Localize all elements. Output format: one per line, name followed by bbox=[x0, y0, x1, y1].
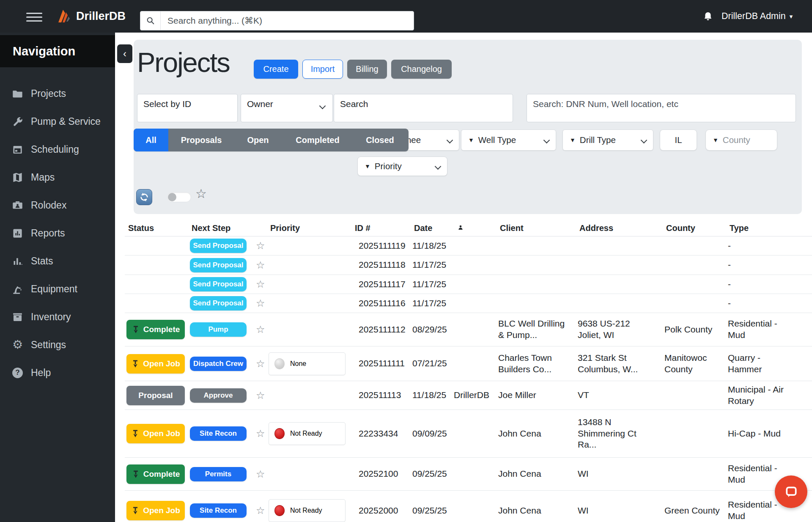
next-step-badge[interactable]: Send Proposal bbox=[190, 277, 247, 291]
col-client[interactable]: Client bbox=[498, 223, 578, 233]
priority-label: Not Ready bbox=[290, 507, 322, 514]
favorites-star-icon[interactable]: ☆ bbox=[195, 186, 207, 201]
status-badge[interactable]: Open Job bbox=[126, 354, 185, 374]
user-menu[interactable]: DrillerDB Admin ▾ bbox=[721, 0, 793, 33]
sidebar-item-equipment[interactable]: Equipment bbox=[12, 280, 109, 297]
col-type[interactable]: Type bbox=[728, 223, 812, 233]
next-step-badge[interactable]: Permits bbox=[190, 467, 247, 481]
status-badge[interactable]: Complete bbox=[126, 464, 185, 484]
sidebar-item-settings[interactable]: ⚙ Settings bbox=[12, 336, 109, 353]
billing-button[interactable]: Billing bbox=[347, 60, 387, 79]
priority-select[interactable]: None bbox=[269, 352, 346, 375]
sidebar-collapse-button[interactable]: ‹ bbox=[117, 44, 132, 63]
cell-county: Polk County bbox=[664, 324, 724, 335]
tab-all[interactable]: All bbox=[134, 129, 168, 151]
table-row[interactable]: CompletePermits☆2025210009/25/25John Cen… bbox=[125, 458, 812, 491]
cell-type: - bbox=[728, 298, 791, 309]
county-dropdown[interactable]: ▼ County bbox=[705, 129, 777, 151]
tab-proposals[interactable]: Proposals bbox=[168, 129, 234, 151]
drill-icon bbox=[131, 429, 140, 438]
table-row[interactable]: Open JobDispatch Crew☆None202511111107/2… bbox=[125, 346, 812, 381]
dnr-search-field[interactable]: Search: DNR Num, Well location, etc bbox=[527, 94, 796, 122]
col-date[interactable]: Date bbox=[412, 223, 454, 233]
row-star-icon[interactable]: ☆ bbox=[253, 240, 269, 252]
select-by-id-field[interactable]: Select by ID bbox=[137, 94, 238, 122]
col-status[interactable]: Status bbox=[126, 223, 190, 233]
table-row[interactable]: Open JobSite Recon☆Not Ready2025200009/2… bbox=[125, 491, 812, 522]
next-step-badge[interactable]: Send Proposal bbox=[190, 296, 247, 310]
search-field[interactable]: Search bbox=[334, 94, 513, 122]
row-star-icon[interactable]: ☆ bbox=[253, 505, 269, 517]
row-star-icon[interactable]: ☆ bbox=[253, 259, 269, 271]
row-star-icon[interactable]: ☆ bbox=[253, 324, 269, 335]
cell-client: John Cena bbox=[498, 428, 571, 440]
sidebar-item-pump-service[interactable]: Pump & Service bbox=[12, 113, 109, 130]
hamburger-menu-icon[interactable] bbox=[26, 13, 43, 21]
row-star-icon[interactable]: ☆ bbox=[253, 468, 269, 480]
next-step-badge[interactable]: Pump bbox=[190, 322, 247, 337]
row-star-icon[interactable]: ☆ bbox=[253, 358, 269, 370]
priority-select[interactable]: Not Ready bbox=[269, 499, 346, 522]
status-badge[interactable]: Open Job bbox=[126, 501, 185, 520]
sidebar-item-reports[interactable]: Reports bbox=[12, 225, 109, 242]
sidebar-item-stats[interactable]: Stats bbox=[12, 253, 109, 269]
well-type-dropdown[interactable]: ▼ Well Type bbox=[461, 129, 556, 151]
status-badge[interactable]: Open Job bbox=[126, 424, 185, 443]
row-star-icon[interactable]: ☆ bbox=[253, 390, 269, 401]
table-row[interactable]: Send Proposal☆202511111911/18/25- bbox=[125, 236, 812, 256]
sidebar-item-scheduling[interactable]: Scheduling bbox=[12, 141, 109, 158]
favorites-toggle[interactable] bbox=[167, 192, 191, 202]
person-icon bbox=[457, 224, 464, 231]
sidebar-header: Navigation bbox=[0, 35, 115, 67]
priority-dot-icon bbox=[274, 358, 285, 369]
state-filter[interactable]: IL bbox=[660, 129, 697, 151]
status-badge[interactable]: Complete bbox=[126, 320, 185, 339]
drill-type-dropdown[interactable]: ▼ Drill Type bbox=[562, 129, 653, 151]
next-step-badge[interactable]: Send Proposal bbox=[190, 239, 247, 253]
chat-launcher-button[interactable] bbox=[775, 475, 807, 508]
col-priority[interactable]: Priority bbox=[269, 223, 353, 233]
table-row[interactable]: ProposalApprove☆20251111311/18/25Driller… bbox=[125, 381, 812, 410]
global-search-input[interactable] bbox=[161, 16, 414, 26]
sidebar-item-maps[interactable]: Maps bbox=[12, 169, 109, 186]
refresh-button[interactable] bbox=[136, 189, 152, 205]
tab-open[interactable]: Open bbox=[234, 129, 282, 151]
row-star-icon[interactable]: ☆ bbox=[253, 297, 269, 309]
sidebar-item-help[interactable]: ? Help bbox=[12, 364, 109, 381]
table-row[interactable]: Send Proposal☆202511111611/17/25- bbox=[125, 294, 812, 313]
notifications-bell-icon[interactable] bbox=[702, 11, 714, 23]
next-step-badge[interactable]: Send Proposal bbox=[190, 258, 247, 272]
col-county[interactable]: County bbox=[664, 223, 728, 233]
owner-dropdown[interactable]: Owner bbox=[241, 94, 333, 122]
table-row[interactable]: Send Proposal☆202511111811/17/25- bbox=[125, 256, 812, 275]
table-row[interactable]: Open JobSite Recon☆Not Ready2223343409/0… bbox=[125, 410, 812, 458]
import-button[interactable]: Import bbox=[302, 60, 343, 79]
col-address[interactable]: Address bbox=[578, 223, 664, 233]
table-row[interactable]: Send Proposal☆202511111711/17/25- bbox=[125, 275, 812, 294]
table-row[interactable]: CompletePump☆202511111208/29/25BLC Well … bbox=[125, 313, 812, 346]
row-star-icon[interactable]: ☆ bbox=[253, 278, 269, 290]
row-star-icon[interactable]: ☆ bbox=[253, 428, 269, 440]
chevron-down-icon bbox=[319, 103, 326, 110]
col-owner[interactable] bbox=[454, 223, 498, 233]
status-badge-label: Proposal bbox=[138, 391, 173, 400]
next-step-badge[interactable]: Site Recon bbox=[190, 426, 247, 441]
sidebar-item-rolodex[interactable]: Rolodex bbox=[12, 197, 109, 214]
global-search bbox=[140, 11, 414, 30]
col-next-step[interactable]: Next Step bbox=[190, 223, 253, 233]
sidebar-item-inventory[interactable]: Inventory bbox=[12, 308, 109, 325]
well-type-dropdown-value: Well Type bbox=[478, 135, 516, 145]
tab-completed[interactable]: Completed bbox=[282, 129, 354, 151]
next-step-badge[interactable]: Dispatch Crew bbox=[190, 357, 247, 371]
sidebar-item-projects[interactable]: Projects bbox=[12, 85, 109, 102]
tab-closed[interactable]: Closed bbox=[354, 129, 406, 151]
status-badge[interactable]: Proposal bbox=[126, 386, 185, 405]
priority-dropdown[interactable]: ▼ Priority bbox=[357, 157, 447, 176]
priority-dropdown-value: Priority bbox=[375, 161, 402, 171]
priority-select[interactable]: Not Ready bbox=[269, 422, 346, 445]
create-button[interactable]: Create bbox=[254, 60, 298, 79]
col-id[interactable]: ID # bbox=[353, 223, 412, 233]
next-step-badge[interactable]: Approve bbox=[190, 388, 247, 403]
changelog-button[interactable]: Changelog bbox=[391, 60, 452, 79]
next-step-badge[interactable]: Site Recon bbox=[190, 503, 247, 518]
